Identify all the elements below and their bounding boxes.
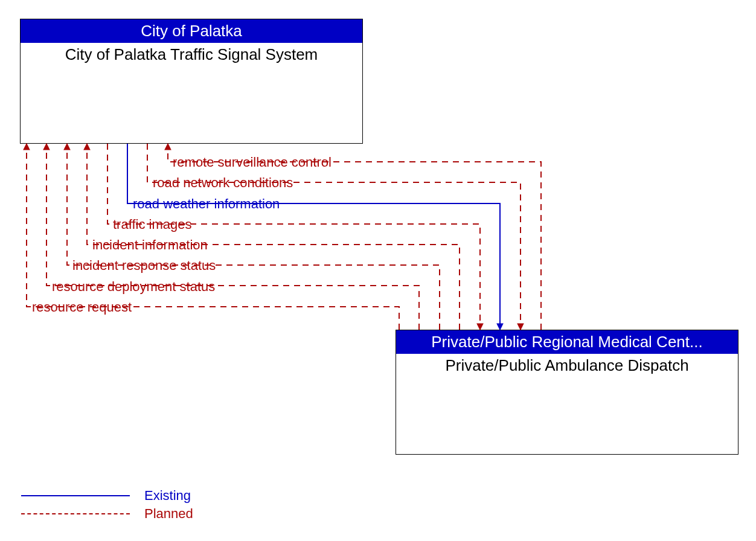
legend: Existing Planned [21, 487, 193, 523]
flow-line-traffic-images [107, 144, 480, 330]
legend-row-planned: Planned [21, 505, 193, 523]
flow-line-incident-information [87, 144, 460, 330]
flow-label-traffic-images: traffic images [113, 217, 191, 232]
entity-box-bottom: Private/Public Regional Medical Cent... … [396, 330, 738, 455]
flow-label-resource-request: resource request [32, 299, 132, 315]
flow-label-incident-response-status: incident response status [72, 258, 216, 274]
flow-line-road-network-conditions [147, 144, 521, 330]
legend-line-existing-icon [21, 495, 130, 496]
entity-body-bottom: Private/Public Ambulance Dispatch [396, 354, 738, 377]
legend-line-planned-icon [21, 513, 130, 514]
entity-header-bottom: Private/Public Regional Medical Cent... [396, 330, 738, 354]
legend-text-existing: Existing [144, 488, 191, 504]
entity-body-top: City of Palatka Traffic Signal System [21, 43, 362, 66]
flow-label-remote-surveillance-control: remote surveillance control [173, 155, 332, 170]
entity-box-top: City of Palatka City of Palatka Traffic … [20, 19, 363, 144]
flow-label-road-weather-information: road weather information [133, 196, 280, 212]
legend-text-planned: Planned [144, 506, 193, 522]
flow-label-incident-information: incident information [92, 237, 208, 253]
flow-line-road-weather-information [127, 144, 500, 330]
flow-line-remote-surveillance-control [168, 144, 541, 330]
entity-header-top: City of Palatka [21, 19, 362, 43]
legend-row-existing: Existing [21, 487, 193, 505]
flow-label-resource-deployment-status: resource deployment status [52, 279, 215, 295]
flow-label-road-network-conditions: road network conditions [153, 175, 293, 191]
